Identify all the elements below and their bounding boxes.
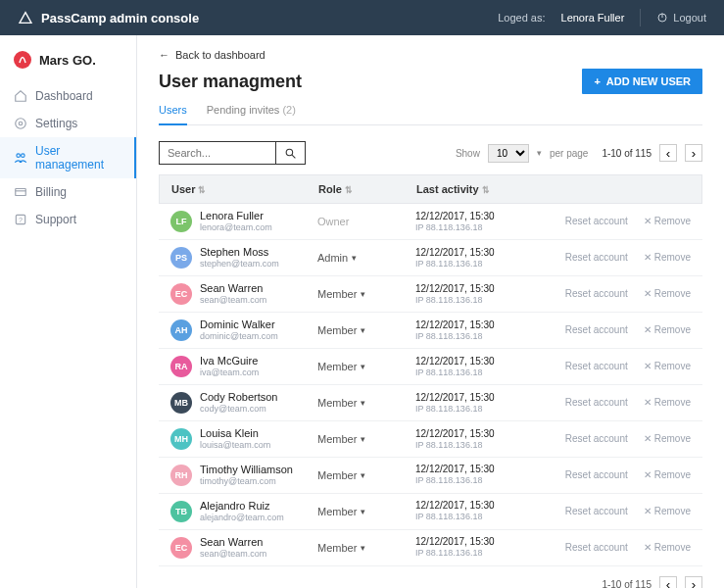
reset-account-link[interactable]: Reset account: [565, 361, 628, 371]
col-header-activity[interactable]: Last activity⇅: [416, 183, 544, 195]
avatar: PS: [170, 247, 192, 269]
reset-account-link[interactable]: Reset account: [565, 324, 628, 335]
tab-pending-invites[interactable]: Pending invites (2): [207, 98, 296, 124]
close-icon: ✕: [644, 542, 652, 553]
table-row: RA Iva McGuire iva@team.com Member▾ 12/1…: [159, 349, 702, 385]
remove-link[interactable]: ✕ Remove: [644, 216, 691, 226]
remove-link[interactable]: ✕ Remove: [644, 324, 691, 335]
reset-account-link[interactable]: Reset account: [565, 397, 628, 408]
role-select[interactable]: Member▾: [317, 397, 415, 409]
sidebar-item-user-management[interactable]: User management: [0, 137, 136, 178]
user-name: Sean Warren: [200, 282, 266, 295]
chevron-down-icon: ▾: [361, 434, 365, 444]
reset-account-link[interactable]: Reset account: [565, 216, 628, 226]
logout-button[interactable]: Logout: [656, 12, 706, 24]
role-label: Member: [317, 288, 357, 300]
prev-page-button[interactable]: ‹: [659, 144, 677, 162]
remove-link[interactable]: ✕ Remove: [644, 288, 691, 299]
back-to-dashboard-link[interactable]: ← Back to dashboard: [159, 49, 702, 61]
activity-ip: IP 88.118.136.18: [415, 222, 543, 233]
user-email: sean@team.com: [200, 549, 266, 560]
reset-account-link[interactable]: Reset account: [565, 542, 628, 553]
activity-date: 12/12/2017, 15:30: [415, 247, 543, 259]
user-email: timothy@team.com: [200, 476, 293, 487]
svg-point-4: [17, 154, 21, 158]
avatar: MH: [170, 428, 192, 450]
sort-icon: ⇅: [198, 185, 206, 195]
role-label: Member: [317, 433, 357, 445]
sidebar-item-settings[interactable]: Settings: [0, 110, 136, 137]
remove-link[interactable]: ✕ Remove: [644, 252, 691, 263]
close-icon: ✕: [644, 361, 652, 371]
role-select[interactable]: Member▾: [317, 288, 415, 300]
user-email: sean@team.com: [200, 295, 266, 306]
activity-ip: IP 88.118.136.18: [415, 404, 543, 415]
remove-link[interactable]: ✕ Remove: [644, 361, 691, 371]
reset-account-link[interactable]: Reset account: [565, 433, 628, 444]
role-select[interactable]: Member▾: [317, 506, 415, 517]
remove-link[interactable]: ✕ Remove: [644, 433, 691, 444]
remove-link[interactable]: ✕ Remove: [644, 506, 691, 516]
reset-account-link[interactable]: Reset account: [565, 506, 628, 516]
chevron-right-icon: ›: [692, 577, 696, 588]
remove-link[interactable]: ✕ Remove: [644, 397, 691, 408]
footer-prev-page-button[interactable]: ‹: [659, 576, 677, 588]
role-select: Owner: [317, 216, 415, 227]
chevron-down-icon: ▾: [361, 362, 365, 371]
reset-account-link[interactable]: Reset account: [565, 469, 628, 480]
page-size-select[interactable]: 10: [488, 144, 529, 163]
activity-date: 12/12/2017, 15:30: [415, 319, 543, 331]
remove-link[interactable]: ✕ Remove: [644, 542, 691, 553]
col-header-role[interactable]: Role⇅: [318, 183, 416, 195]
users-icon: [14, 151, 27, 165]
main-content: ← Back to dashboard User managment + ADD…: [137, 35, 724, 588]
search: [159, 141, 306, 165]
gear-icon: [14, 117, 27, 130]
close-icon: ✕: [644, 469, 652, 480]
logged-as-label: Loged as:: [498, 12, 545, 24]
col-header-user[interactable]: User⇅: [171, 183, 318, 195]
role-label: Member: [317, 542, 357, 554]
remove-link[interactable]: ✕ Remove: [644, 469, 691, 480]
role-select[interactable]: Member▾: [317, 361, 415, 372]
org-logo-icon: [14, 51, 31, 69]
activity-ip: IP 88.118.136.18: [415, 475, 543, 486]
table-row: PS Stephen Moss stephen@team.com Admin▾ …: [159, 240, 702, 276]
sidebar-item-billing[interactable]: Billing: [0, 178, 136, 206]
activity-ip: IP 88.118.136.18: [415, 368, 543, 378]
add-new-user-button[interactable]: + ADD NEW USER: [582, 69, 702, 94]
avatar: EC: [170, 537, 192, 559]
role-select[interactable]: Member▾: [317, 433, 415, 445]
svg-text:?: ?: [19, 217, 23, 223]
search-button[interactable]: [276, 141, 306, 165]
role-label: Admin: [317, 252, 348, 264]
next-page-button[interactable]: ›: [685, 144, 702, 162]
search-icon: [284, 147, 297, 160]
close-icon: ✕: [644, 324, 652, 335]
table-header: User⇅ Role⇅ Last activity⇅: [159, 174, 702, 204]
sidebar-item-dashboard[interactable]: Dashboard: [0, 82, 136, 110]
role-select[interactable]: Admin▾: [317, 252, 415, 264]
org-header: Mars GO.: [0, 47, 136, 82]
power-icon: [656, 12, 668, 24]
user-email: iva@team.com: [200, 368, 259, 378]
help-icon: ?: [14, 213, 27, 226]
close-icon: ✕: [644, 433, 652, 444]
table-row: TB Alejandro Ruiz alejandro@team.com Mem…: [159, 494, 702, 530]
footer-next-page-button[interactable]: ›: [685, 576, 702, 588]
tab-users[interactable]: Users: [159, 98, 187, 125]
reset-account-link[interactable]: Reset account: [565, 288, 628, 299]
activity-ip: IP 88.118.136.18: [415, 440, 543, 451]
search-input[interactable]: [159, 141, 276, 165]
sidebar-item-support[interactable]: ? Support: [0, 206, 136, 233]
role-select[interactable]: Member▾: [317, 324, 415, 336]
role-select[interactable]: Member▾: [317, 469, 415, 481]
table-row: RH Timothy Williamson timothy@team.com M…: [159, 458, 702, 494]
range-label: 1-10 of 115: [602, 148, 652, 159]
role-select[interactable]: Member▾: [317, 542, 415, 554]
sidebar: Mars GO. Dashboard Settings User managem…: [0, 35, 137, 588]
user-email: stephen@team.com: [200, 259, 279, 270]
role-label: Owner: [317, 216, 349, 227]
show-label: Show: [456, 148, 480, 159]
reset-account-link[interactable]: Reset account: [565, 252, 628, 263]
